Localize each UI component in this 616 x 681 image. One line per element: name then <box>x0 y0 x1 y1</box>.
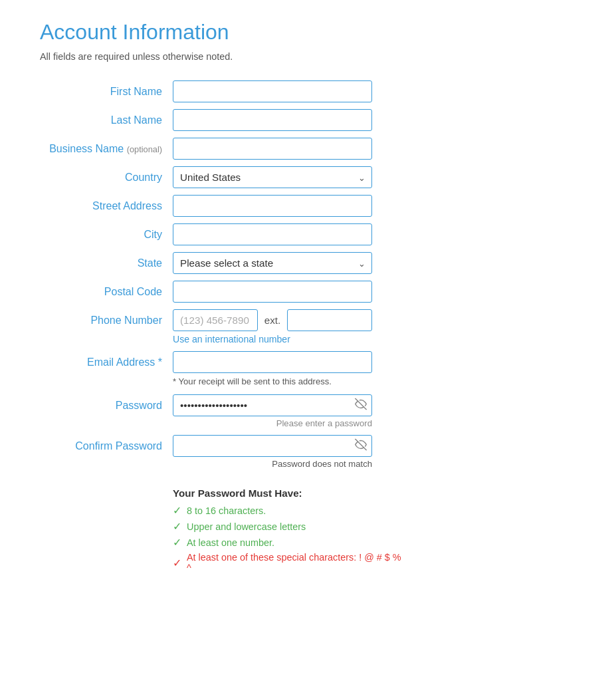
postal-code-row: Postal Code <box>40 281 518 303</box>
page-title: Account Information <box>40 20 576 45</box>
confirm-password-input-wrapper <box>173 435 372 457</box>
phone-ext-input[interactable] <box>287 309 372 331</box>
international-number-link[interactable]: Use an international number <box>173 334 372 344</box>
street-address-label: Street Address <box>40 195 173 212</box>
password-control: Please enter a password <box>173 394 372 428</box>
first-name-row: First Name <box>40 80 518 102</box>
business-name-label: Business Name (optional) <box>40 138 173 155</box>
rule-text-2: Upper and lowercase letters <box>187 521 306 532</box>
rule-item-4: ✓ At least one of these special characte… <box>173 552 405 573</box>
email-address-label: Email Address * <box>40 351 173 368</box>
password-input[interactable] <box>173 394 372 416</box>
city-row: City <box>40 223 518 245</box>
page-subtitle: All fields are required unless otherwise… <box>40 51 576 62</box>
password-rules-row: Your Password Must Have: ✓ 8 to 16 chara… <box>40 476 518 577</box>
password-toggle-icon[interactable] <box>355 398 367 413</box>
rule-check-icon-3: ✓ <box>173 536 181 549</box>
state-select-wrapper: Please select a state Alabama Alaska Ari… <box>173 252 372 274</box>
last-name-control <box>173 109 372 131</box>
state-label: State <box>40 252 173 269</box>
business-name-row: Business Name (optional) <box>40 138 518 160</box>
rule-text-1: 8 to 16 characters. <box>187 505 266 516</box>
confirm-password-input[interactable] <box>173 435 372 457</box>
rule-text-4: At least one of these special characters… <box>187 552 405 573</box>
rule-check-icon-2: ✓ <box>173 520 181 533</box>
business-name-control <box>173 138 372 160</box>
phone-input-group: ext. <box>173 309 372 331</box>
password-input-wrapper <box>173 394 372 416</box>
street-address-input[interactable] <box>173 195 372 217</box>
country-label: Country <box>40 166 173 184</box>
password-rules-heading: Your Password Must Have: <box>173 487 405 499</box>
last-name-label: Last Name <box>40 109 173 126</box>
ext-label: ext. <box>264 315 280 326</box>
rule-check-icon-1: ✓ <box>173 504 181 517</box>
country-select-wrapper: United States Canada United Kingdom Aust… <box>173 166 372 188</box>
password-rules-spacer <box>40 476 173 481</box>
password-rules: Your Password Must Have: ✓ 8 to 16 chara… <box>173 487 405 573</box>
city-label: City <box>40 223 173 241</box>
country-control: United States Canada United Kingdom Aust… <box>173 166 372 188</box>
country-row: Country United States Canada United King… <box>40 166 518 188</box>
phone-number-input[interactable] <box>173 309 258 331</box>
city-input[interactable] <box>173 223 372 245</box>
city-control <box>173 223 372 245</box>
phone-number-label: Phone Number <box>40 309 173 327</box>
postal-code-input[interactable] <box>173 281 372 303</box>
rule-item-2: ✓ Upper and lowercase letters <box>173 520 405 533</box>
street-address-row: Street Address <box>40 195 518 217</box>
street-address-control <box>173 195 372 217</box>
last-name-row: Last Name <box>40 109 518 131</box>
phone-number-row: Phone Number ext. Use an international n… <box>40 309 518 344</box>
password-row: Password Please enter a password <box>40 394 518 428</box>
country-select[interactable]: United States Canada United Kingdom Aust… <box>173 166 372 188</box>
password-rules-container: Your Password Must Have: ✓ 8 to 16 chara… <box>173 476 405 577</box>
phone-number-control: ext. Use an international number <box>173 309 372 344</box>
state-select[interactable]: Please select a state Alabama Alaska Ari… <box>173 252 372 274</box>
state-control: Please select a state Alabama Alaska Ari… <box>173 252 372 274</box>
optional-tag: (optional) <box>127 144 162 154</box>
email-note: * Your receipt will be sent to this addr… <box>173 376 359 388</box>
email-address-input[interactable] <box>173 351 372 373</box>
rule-item-1: ✓ 8 to 16 characters. <box>173 504 405 517</box>
confirm-password-toggle-icon[interactable] <box>355 438 367 454</box>
rule-check-icon-4: ✓ <box>173 557 181 569</box>
email-address-row: Email Address * * Your receipt will be s… <box>40 351 518 388</box>
last-name-input[interactable] <box>173 109 372 131</box>
password-hint: Please enter a password <box>173 418 372 428</box>
password-label: Password <box>40 394 173 412</box>
first-name-label: First Name <box>40 80 173 98</box>
confirm-password-hint: Password does not match <box>173 459 372 469</box>
confirm-password-row: Confirm Password Password does not match <box>40 435 518 469</box>
rule-item-3: ✓ At least one number. <box>173 536 405 549</box>
first-name-control <box>173 80 372 102</box>
confirm-password-control: Password does not match <box>173 435 372 469</box>
state-row: State Please select a state Alabama Alas… <box>40 252 518 274</box>
first-name-input[interactable] <box>173 80 372 102</box>
postal-code-label: Postal Code <box>40 281 173 298</box>
business-name-input[interactable] <box>173 138 372 160</box>
email-address-control: * Your receipt will be sent to this addr… <box>173 351 372 388</box>
rule-text-3: At least one number. <box>187 537 274 548</box>
postal-code-control <box>173 281 372 303</box>
confirm-password-label: Confirm Password <box>40 435 173 452</box>
